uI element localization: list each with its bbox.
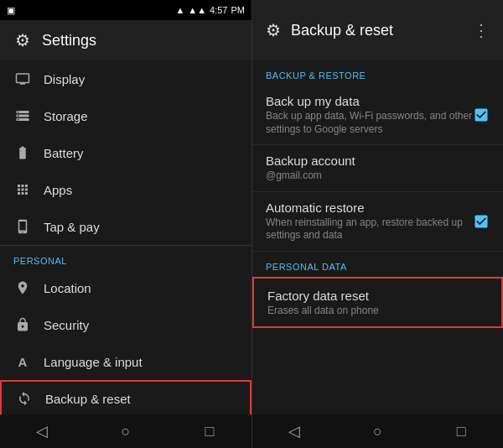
personal-data-section-label: PERSONAL DATA	[252, 252, 503, 277]
menu-item-apps[interactable]: Apps	[0, 171, 252, 208]
right-header: ⚙ Backup & reset ⋮	[252, 0, 503, 60]
right-settings-icon: ⚙	[266, 20, 281, 40]
right-back-button[interactable]: ◁	[276, 414, 313, 448]
backup-my-data-subtitle: Back up app data, Wi-Fi passwords, and o…	[266, 110, 473, 136]
apps-label: Apps	[44, 183, 72, 197]
tap-pay-label: Tap & pay	[44, 220, 100, 234]
auto-restore-subtitle: When reinstalling an app, restore backed…	[266, 216, 473, 242]
menu-item-battery[interactable]: Battery	[0, 134, 252, 171]
settings-gear-icon: ⚙	[13, 31, 32, 49]
right-header-left: ⚙ Backup & reset	[266, 20, 393, 40]
tap-pay-icon	[13, 217, 32, 236]
backup-account-subtitle: @gmail.com	[266, 169, 490, 183]
right-content: BACKUP & RESTORE Back up my data Back up…	[252, 60, 503, 414]
status-bar-right-icons: ▲ ▲▲ 4:57 PM	[175, 5, 245, 15]
ampm-display: PM	[231, 5, 246, 15]
display-icon	[13, 70, 32, 88]
settings-title: Settings	[42, 32, 96, 49]
auto-restore-title: Automatic restore	[266, 201, 473, 215]
personal-section-label: PERSONAL	[0, 246, 252, 269]
more-options-icon[interactable]: ⋮	[473, 20, 490, 40]
backup-my-data-title: Back up my data	[266, 94, 473, 108]
security-label: Security	[44, 318, 89, 332]
home-button[interactable]: ○	[107, 414, 144, 448]
backup-reset-label: Backup & reset	[45, 392, 131, 406]
backup-account-item[interactable]: Backup account @gmail.com	[252, 145, 503, 192]
screen-icon: ▣	[7, 5, 15, 16]
settings-menu: Display Storage Battery Apps	[0, 60, 252, 414]
menu-item-tap-pay[interactable]: Tap & pay	[0, 208, 252, 245]
back-button[interactable]: ◁	[23, 414, 60, 448]
right-panel: ⚙ Backup & reset ⋮ BACKUP & RESTORE Back…	[252, 0, 503, 448]
wifi-icon: ▲	[175, 5, 184, 15]
factory-reset-subtitle: Erases all data on phone	[267, 305, 488, 316]
status-bar-left-icons: ▣	[7, 5, 15, 16]
language-label: Language & input	[44, 355, 143, 369]
location-icon	[13, 279, 32, 297]
status-bar-left: ▣ ▲ ▲▲ 4:57 PM	[0, 0, 252, 20]
menu-item-backup-reset[interactable]: Backup & reset	[0, 380, 252, 414]
location-label: Location	[44, 281, 91, 295]
menu-item-security[interactable]: Security	[0, 306, 252, 343]
apps-icon	[13, 180, 32, 199]
menu-item-storage[interactable]: Storage	[0, 97, 252, 134]
battery-label: Battery	[44, 146, 84, 160]
signal-icon: ▲▲	[188, 5, 206, 15]
auto-restore-text: Automatic restore When reinstalling an a…	[266, 201, 473, 242]
recent-button[interactable]: □	[191, 414, 228, 448]
auto-restore-checkbox[interactable]	[473, 213, 490, 230]
storage-icon	[13, 107, 32, 125]
left-panel: ▣ ▲ ▲▲ 4:57 PM ⚙ Settings Display Storag…	[0, 0, 252, 448]
factory-reset-title: Factory data reset	[267, 289, 488, 303]
backup-account-text: Backup account @gmail.com	[266, 154, 490, 183]
battery-icon	[13, 143, 32, 162]
right-nav-bar: ◁ ○ □	[252, 414, 503, 448]
right-home-button[interactable]: ○	[359, 414, 396, 448]
auto-restore-item[interactable]: Automatic restore When reinstalling an a…	[252, 192, 503, 252]
time-display: 4:57	[210, 5, 227, 15]
backup-my-data-item[interactable]: Back up my data Back up app data, Wi-Fi …	[252, 86, 503, 145]
backup-icon	[15, 389, 34, 408]
menu-item-language[interactable]: A Language & input	[0, 343, 252, 380]
right-title: Backup & reset	[291, 22, 393, 39]
backup-account-title: Backup account	[266, 154, 490, 168]
settings-header: ⚙ Settings	[0, 20, 252, 60]
security-icon	[13, 315, 32, 334]
backup-my-data-text: Back up my data Back up app data, Wi-Fi …	[266, 94, 473, 136]
left-nav-bar: ◁ ○ □	[0, 414, 252, 448]
storage-label: Storage	[44, 109, 88, 123]
factory-reset-item[interactable]: Factory data reset Erases all data on ph…	[252, 277, 503, 328]
menu-item-display[interactable]: Display	[0, 60, 252, 97]
right-recent-button[interactable]: □	[443, 414, 480, 448]
backup-my-data-checkbox[interactable]	[473, 107, 490, 123]
display-label: Display	[44, 72, 85, 86]
language-icon: A	[13, 352, 32, 371]
menu-item-location[interactable]: Location	[0, 269, 252, 306]
backup-restore-section-label: BACKUP & RESTORE	[252, 60, 503, 86]
